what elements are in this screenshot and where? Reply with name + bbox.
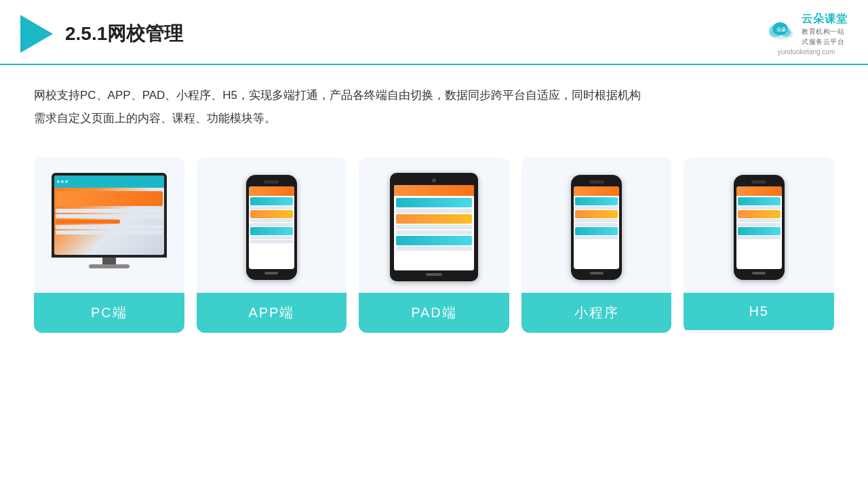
ph-row2: [250, 219, 293, 222]
tablet-screen: [394, 185, 474, 270]
pc-screen-inner: [54, 176, 164, 255]
tab-row-t1: [396, 198, 472, 207]
card-mini-label: 小程序: [521, 293, 672, 333]
ph5-row2: [738, 219, 781, 222]
pc-neck: [102, 258, 116, 264]
card-pad-image: [359, 157, 509, 293]
brand-name: 云朵课堂: [802, 12, 848, 26]
pc-row-orange: [56, 191, 163, 206]
cloud-icon: 云朵: [765, 19, 797, 41]
ph-row-c2: [250, 227, 293, 235]
phone-notch-h5: [751, 180, 766, 184]
phone-bar-app: [249, 186, 294, 196]
dot1: [57, 180, 60, 183]
brand-subtitle1: 教育机构一站: [802, 27, 844, 37]
description-line2: 需求自定义页面上的内容、课程、功能模块等。: [34, 107, 712, 130]
tab-row-t2: [396, 236, 472, 245]
pc-row4: [56, 225, 163, 229]
ph-row5: [250, 240, 293, 243]
tablet-content: [394, 196, 474, 253]
pm-row-c1: [575, 197, 618, 205]
phone-content-h5: [736, 196, 782, 241]
pm-row2: [575, 219, 618, 222]
svg-text:云朵: 云朵: [776, 26, 787, 33]
phone-bottom-app: [264, 272, 278, 274]
tab-row1: [396, 209, 472, 213]
brand-subtitle2: 式服务云平台: [802, 37, 844, 47]
tab-row2: [396, 225, 472, 229]
page-title: 2.5.1网校管理: [65, 21, 183, 47]
tablet-btn-top: [432, 178, 436, 182]
phone-mockup-app: [246, 175, 297, 280]
card-h5-image: [684, 157, 834, 293]
ph5-row4: [738, 236, 781, 239]
ph-row1: [250, 206, 293, 209]
phone-bar-mini: [574, 186, 619, 196]
ph5-row3: [738, 223, 781, 226]
card-h5-label: H5: [684, 293, 834, 330]
phone-bottom-mini: [590, 272, 604, 274]
pm-row4: [575, 236, 618, 239]
tab-row4: [396, 247, 472, 251]
card-pc: PC端: [34, 157, 184, 333]
cards-container: PC端: [0, 144, 868, 346]
card-app: APP端: [197, 157, 347, 333]
pm-row3: [575, 223, 618, 226]
brand-logo: 云朵 云朵课堂 教育机构一站 式服务云平台: [765, 12, 848, 47]
description-text: 网校支持PC、APP、PAD、小程序、H5，实现多端打通，产品各终端自由切换，数…: [0, 65, 746, 137]
card-mini-image: [521, 157, 672, 293]
pc-screen-bar: [54, 176, 164, 188]
pc-row3: [56, 220, 120, 224]
pc-mockup: [48, 173, 170, 281]
card-app-image: [197, 157, 347, 293]
tablet-mockup: [390, 173, 478, 281]
pc-body-rows: [54, 188, 164, 237]
ph-row3: [250, 223, 293, 226]
dot3: [65, 180, 68, 183]
description-line1: 网校支持PC、APP、PAD、小程序、H5，实现多端打通，产品各终端自由切换，数…: [34, 84, 712, 107]
pc-base: [89, 264, 130, 268]
ph-row-o1: [250, 210, 293, 218]
tab-row3: [396, 230, 472, 235]
card-pad: PAD端: [359, 157, 509, 333]
ph-row4: [250, 236, 293, 239]
phone-screen-h5: [736, 186, 782, 269]
pm-row1: [575, 206, 618, 209]
phone-screen-app: [249, 186, 294, 269]
card-pc-label: PC端: [34, 293, 184, 333]
brand-url: yunduoketang.com: [778, 48, 835, 56]
phone-content-mini: [574, 196, 619, 241]
phone-bottom-h5: [752, 272, 766, 274]
tablet-bar: [394, 185, 474, 196]
phone-notch-mini: [589, 180, 604, 184]
ph5-row-c2: [738, 227, 781, 235]
tablet-btn-bottom: [426, 273, 442, 276]
pc-screen-outer: [52, 173, 167, 258]
card-miniprogram: 小程序: [521, 157, 672, 333]
card-pad-label: PAD端: [359, 293, 509, 333]
tab-row-o1: [396, 214, 472, 224]
phone-mockup-h5: [734, 175, 785, 280]
brand-text: 云朵课堂 教育机构一站 式服务云平台: [802, 12, 848, 47]
phone-mockup-mini: [571, 175, 622, 280]
phone-bar-h5: [736, 186, 782, 196]
card-app-label: APP端: [197, 293, 347, 333]
ph-row-c1: [250, 197, 293, 205]
pc-row5: [56, 230, 163, 235]
pc-row1: [56, 209, 163, 213]
phone-notch-app: [264, 180, 279, 184]
header-right: 云朵 云朵课堂 教育机构一站 式服务云平台 yunduoketang.com: [765, 12, 848, 56]
logo-triangle-icon: [20, 15, 53, 53]
card-h5: H5: [684, 157, 834, 333]
dot2: [61, 180, 64, 183]
card-pc-image: [34, 157, 184, 293]
pm-row-o1: [575, 210, 618, 218]
header: 2.5.1网校管理 云朵 云朵课堂 教育机构一站 式服务云平台 yunduoke…: [0, 0, 868, 65]
phone-screen-mini: [574, 186, 619, 269]
ph5-row1: [738, 206, 781, 209]
pc-row2: [56, 214, 163, 218]
header-left: 2.5.1网校管理: [20, 15, 183, 53]
ph5-row-c1: [738, 197, 781, 205]
phone-content-app: [249, 196, 294, 245]
pm-row-c2: [575, 227, 618, 235]
